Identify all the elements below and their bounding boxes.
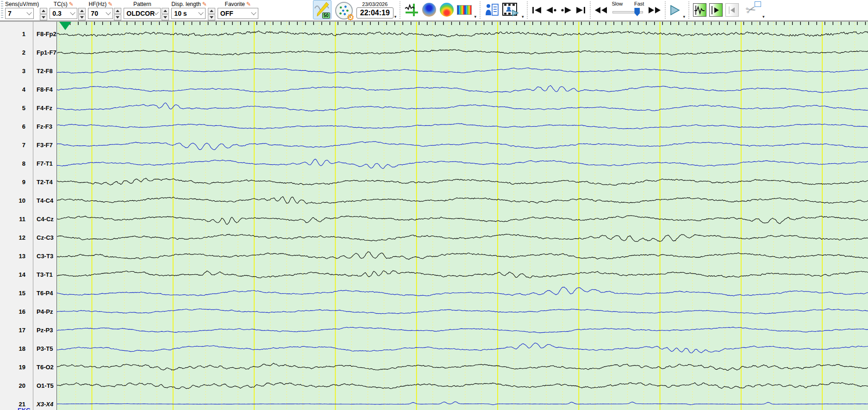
step-back-button[interactable] [544,1,559,19]
spin-up-button[interactable] [78,8,86,14]
channel-label: O1-T5 [29,382,54,389]
spectrogram-icon [457,5,472,15]
display-length-combo[interactable]: 10 s [171,8,206,19]
channel-row[interactable]: 5F4-Fz [0,103,56,112]
channel-number: 4 [0,86,29,93]
fast-forward-button[interactable] [647,1,662,19]
topography-map-button[interactable] [439,2,454,17]
edit-pencil-icon[interactable]: ✎ [202,2,207,6]
waveform-review-button[interactable] [693,3,706,17]
maps-dropdown-arrow[interactable]: ▾ [474,14,476,19]
channel-label: X3-X4 [29,401,53,408]
edit-pencil-icon[interactable]: ✎ [108,2,112,6]
channel-label: T2-F8 [29,68,53,75]
main-toolbar: Sens(uV/mm) 7 TC(s) ✎ 0.3 HF(Hz) ✎ [0,0,868,22]
video-playback-button[interactable] [502,2,519,17]
favorite-combo[interactable]: OFF [218,8,258,19]
channel-label: F7-T1 [29,160,53,167]
channel-row[interactable]: 1F8-Fp2 [0,29,56,38]
clip-dropdown-arrow[interactable]: ▾ [762,14,765,19]
tc-label: TC(s) [54,1,68,7]
hf-group: HF(Hz) ✎ 70 [88,0,113,19]
channel-row[interactable]: 4F8-F4 [0,85,56,94]
datetime-dropdown-arrow[interactable]: ▾ [394,14,397,19]
tc-combo[interactable]: 0.3 [50,8,77,19]
sensitivity-combo[interactable]: 7 [5,8,34,19]
play-dropdown-arrow[interactable]: ▾ [683,14,685,19]
patient-info-button[interactable] [484,2,499,17]
channel-row[interactable]: 3T2-F8 [0,66,56,75]
channel-row[interactable]: 18P3-T5 [0,344,56,353]
channel-number: 14 [0,271,29,278]
spin-down-button[interactable] [78,14,86,20]
spin-down-button[interactable] [40,14,47,20]
channel-row[interactable]: 8F7-T1 [0,159,56,168]
pattern-combo[interactable]: OLDCOR [124,8,161,19]
channel-label: T2-T4 [29,179,53,186]
spin-up-button[interactable] [40,8,47,14]
waveform-crosshair-icon [405,3,418,17]
topo-head-icon [440,3,454,17]
play-button[interactable] [668,1,682,19]
eeg-plot-canvas[interactable] [57,22,868,410]
channel-row[interactable]: 10T4-C4 [0,196,56,205]
toolbar-separator [527,1,528,19]
channel-row[interactable]: 11C4-Cz [0,214,56,224]
channel-row[interactable]: 6Fz-F3 [0,122,56,131]
channel-row[interactable]: 2Fp1-F7 [0,48,56,57]
channel-number: 7 [0,142,29,149]
rewind-button[interactable] [593,1,609,19]
step-forward-button[interactable] [559,1,574,19]
event-marker-button[interactable] [404,2,419,17]
page-position-marker[interactable] [59,22,71,30]
channel-label-panel: 1F8-Fp22Fp1-F73T2-F84F8-F45F4-Fz6Fz-F37F… [0,22,56,410]
channel-row[interactable]: 15T6-P4 [0,288,56,298]
dsa-trend-button[interactable] [457,2,472,17]
date-text: 23/03/2026 [362,1,387,7]
spin-down-button[interactable] [114,14,121,20]
channel-row[interactable]: 14T3-T1 [0,270,56,279]
auto-advance-button[interactable] [709,3,723,17]
channel-label: Pz-P3 [29,327,53,334]
notch-filter-button[interactable]: 50 [313,0,331,19]
edit-pencil-icon[interactable]: ✎ [69,2,74,6]
datetime-display[interactable]: 23/03/2026 22:04:19 [356,1,393,19]
channel-number: 1 [0,31,29,37]
electrode-settings-button[interactable]: ⚙ [335,2,353,19]
spin-up-button[interactable] [208,8,215,14]
channel-row[interactable]: 7F3-F7 [0,140,56,149]
spin-up-button[interactable] [162,8,169,14]
pattern-spinner [162,8,169,20]
channel-row[interactable]: 17Pz-P3 [0,325,56,335]
time-text: 22:04:19 [356,7,393,19]
skip-to-first-button[interactable] [530,1,544,19]
brain-map-button[interactable] [422,2,437,17]
hf-combo[interactable]: 70 [88,8,113,19]
spin-up-button[interactable] [114,8,121,14]
edit-pencil-icon[interactable]: ✎ [246,2,251,6]
channel-row[interactable]: 9T2-T4 [0,177,56,186]
display-length-label: Disp. length [171,1,200,7]
spin-down-button[interactable] [162,14,169,20]
toolbar-grip-handle[interactable] [1,1,3,19]
skip-to-last-button[interactable] [574,1,587,19]
channel-row[interactable]: 13C3-T3 [0,251,56,261]
channel-number: 9 [0,179,29,186]
display-length-group: Disp. length ✎ 10 s [171,0,206,19]
video-dropdown-arrow[interactable]: ▾ [522,14,524,19]
channel-row[interactable]: 16P4-Pz [0,307,56,316]
channel-row[interactable]: 19T6-O2 [0,362,56,372]
slider-handle[interactable] [634,8,640,16]
channel-label: Cz-C3 [29,234,54,241]
channel-row[interactable]: 12Cz-C3 [0,233,56,242]
channel-row[interactable]: 20O1-T5 [0,381,56,390]
video-clip-button[interactable]: ✂ [742,2,760,17]
tc-group: TC(s) ✎ 0.3 [50,0,77,19]
patient-list-icon [485,3,499,16]
channel-label: F8-Fp2 [29,31,56,37]
page-back-button-disabled[interactable] [725,3,739,17]
filter-50hz-badge: 50 [322,12,330,19]
spin-down-button[interactable] [208,14,215,20]
channel-label: T6-O2 [29,364,54,371]
sensitivity-spinner [40,8,47,20]
